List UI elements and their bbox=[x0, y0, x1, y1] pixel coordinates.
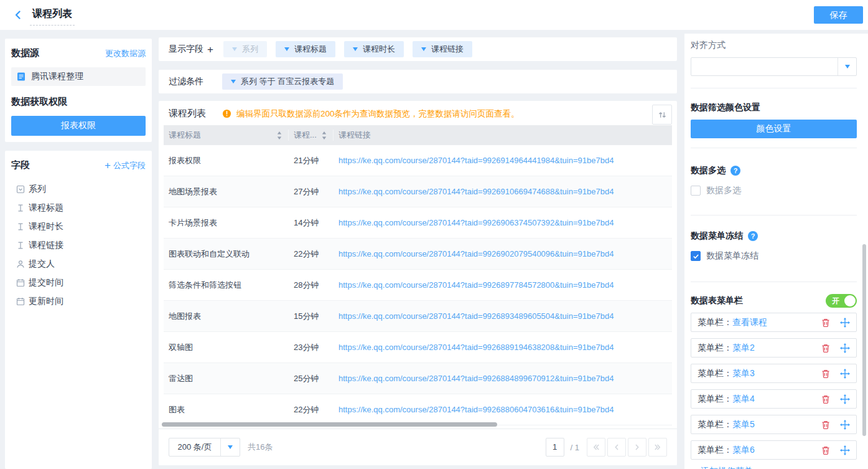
vertical-scrollbar[interactable] bbox=[862, 244, 866, 436]
trash-icon[interactable] bbox=[821, 343, 831, 353]
sort-carets-icon[interactable] bbox=[322, 131, 327, 140]
trash-icon[interactable] bbox=[821, 420, 831, 430]
menu-freeze-title: 数据菜单冻结 bbox=[691, 230, 743, 242]
align-select[interactable] bbox=[691, 57, 857, 76]
cell-course-link[interactable]: https://ke.qq.com/course/2870144?taid=99… bbox=[334, 311, 672, 321]
cell-course-link[interactable]: https://ke.qq.com/course/2870144?taid=99… bbox=[334, 218, 672, 227]
menu-item-6[interactable]: 菜单栏：菜单6 bbox=[691, 440, 857, 460]
table-sort-button[interactable] bbox=[652, 105, 672, 125]
menu-item-4[interactable]: 菜单栏：菜单4 bbox=[691, 389, 857, 409]
field-item-course-duration[interactable]: 课程时长 bbox=[11, 217, 146, 236]
cell-course-title: 雷达图 bbox=[164, 373, 289, 384]
field-item-update-time[interactable]: 更新时间 bbox=[11, 292, 146, 311]
filter-color-section: 数据筛选颜色设置 颜色设置 bbox=[691, 88, 857, 148]
menu-item-name[interactable]: 菜单4 bbox=[732, 394, 755, 405]
field-label: 系列 bbox=[29, 184, 46, 195]
move-icon[interactable] bbox=[840, 445, 850, 455]
help-icon[interactable]: ? bbox=[748, 231, 758, 241]
caret-down-icon bbox=[231, 80, 236, 83]
field-item-course-link[interactable]: 课程链接 bbox=[11, 236, 146, 255]
move-icon[interactable] bbox=[840, 369, 850, 379]
move-icon[interactable] bbox=[840, 420, 850, 430]
save-button[interactable]: 保存 bbox=[814, 6, 863, 24]
move-icon[interactable] bbox=[840, 394, 850, 404]
trash-icon[interactable] bbox=[821, 394, 831, 404]
color-settings-button[interactable]: 颜色设置 bbox=[691, 120, 857, 138]
help-icon[interactable]: ? bbox=[730, 166, 740, 176]
cell-course-link[interactable]: https://ke.qq.com/course/2870144?taid=99… bbox=[334, 156, 672, 165]
table-title: 课程列表 bbox=[169, 108, 206, 120]
checkbox-unchecked[interactable] bbox=[691, 186, 701, 196]
horizontal-scrollbar[interactable] bbox=[162, 422, 497, 427]
cell-course-title: 地图报表 bbox=[164, 311, 289, 322]
move-icon[interactable] bbox=[840, 343, 850, 353]
menu-item-5[interactable]: 菜单栏：菜单5 bbox=[691, 415, 857, 434]
cell-course-link[interactable]: https://ke.qq.com/course/2870144?taid=99… bbox=[334, 374, 672, 383]
permission-title: 数据获取权限 bbox=[11, 96, 146, 108]
field-tag-course-duration[interactable]: 课程时长 bbox=[344, 41, 404, 57]
column-header-course-duration[interactable]: 课程... bbox=[289, 130, 334, 141]
report-permission-button[interactable]: 报表权限 bbox=[11, 116, 146, 136]
multi-select-checkbox-row[interactable]: 数据多选 bbox=[691, 185, 857, 196]
menu-freeze-section: 数据菜单冻结 ? 数据菜单冻结 bbox=[691, 216, 857, 282]
menu-item-name[interactable]: 菜单6 bbox=[732, 445, 755, 456]
back-icon[interactable] bbox=[12, 9, 24, 21]
menu-item-name[interactable]: 菜单2 bbox=[732, 343, 755, 354]
trash-icon[interactable] bbox=[821, 445, 831, 455]
field-item-series[interactable]: 系列 bbox=[11, 180, 146, 199]
trash-icon[interactable] bbox=[821, 318, 831, 328]
caret-down-icon bbox=[353, 47, 358, 51]
cell-course-duration: 25分钟 bbox=[289, 373, 334, 384]
table-row: 雷达图 25分钟 https://ke.qq.com/course/287014… bbox=[164, 363, 672, 394]
table-row: 筛选条件和筛选按钮 28分钟 https://ke.qq.com/course/… bbox=[164, 270, 672, 301]
text-icon bbox=[16, 204, 25, 212]
page: 课程列表 保存 数据源 更改数据源 腾讯课程整理 数据获取权限 报表权限 字段 … bbox=[0, 0, 868, 469]
next-page-button[interactable] bbox=[628, 438, 646, 457]
cell-course-link[interactable]: https://ke.qq.com/course/2870144?taid=99… bbox=[334, 405, 672, 414]
checkbox-checked[interactable] bbox=[691, 251, 701, 261]
cell-course-link[interactable]: https://ke.qq.com/course/2870144?taid=99… bbox=[334, 280, 672, 290]
field-item-course-title[interactable]: 课程标题 bbox=[11, 199, 146, 217]
menu-freeze-checkbox-row[interactable]: 数据菜单冻结 bbox=[691, 250, 857, 262]
prev-page-button[interactable] bbox=[607, 438, 626, 457]
field-item-submit-time[interactable]: 提交时间 bbox=[11, 273, 146, 292]
add-display-field-icon[interactable]: + bbox=[207, 44, 213, 55]
datasource-name: 腾讯课程整理 bbox=[31, 71, 83, 82]
menu-item-2[interactable]: 菜单栏：菜单2 bbox=[691, 338, 857, 358]
filter-condition-tag[interactable]: 系列 等于 百宝云报表专题 bbox=[222, 73, 343, 90]
field-label: 课程链接 bbox=[29, 240, 63, 251]
field-label: 提交人 bbox=[29, 258, 55, 270]
field-tag-course-link[interactable]: 课程链接 bbox=[413, 41, 472, 57]
caret-down-icon bbox=[232, 47, 237, 51]
add-action-menu-link[interactable]: + 添加操作菜单 bbox=[691, 466, 857, 469]
menu-item-1[interactable]: 菜单栏：查看课程 bbox=[691, 313, 857, 332]
last-page-icon bbox=[653, 443, 662, 452]
menu-toggle[interactable]: 开 bbox=[826, 294, 857, 308]
cell-course-link[interactable]: https://ke.qq.com/course/2870144?taid=99… bbox=[334, 343, 672, 352]
page-input[interactable]: 1 bbox=[546, 438, 564, 457]
datasource-item[interactable]: 腾讯课程整理 bbox=[11, 67, 146, 86]
column-header-course-title[interactable]: 课程标题 bbox=[164, 130, 289, 141]
field-tag-course-title[interactable]: 课程标题 bbox=[276, 41, 335, 57]
table-row: 双轴图 23分钟 https://ke.qq.com/course/287014… bbox=[164, 332, 672, 363]
trash-icon[interactable] bbox=[821, 369, 831, 379]
page-size-select[interactable]: 200 条/页 bbox=[169, 438, 240, 457]
field-item-submitter[interactable]: 提交人 bbox=[11, 255, 146, 273]
cell-course-link[interactable]: https://ke.qq.com/course/2870144?taid=99… bbox=[334, 249, 672, 258]
text-icon bbox=[16, 241, 25, 250]
field-tag-series[interactable]: 系列 bbox=[223, 41, 267, 57]
sort-carets-icon[interactable] bbox=[277, 131, 282, 140]
move-icon[interactable] bbox=[840, 318, 850, 328]
menu-item-3[interactable]: 菜单栏：菜单3 bbox=[691, 364, 857, 383]
person-icon bbox=[16, 260, 25, 268]
menu-item-name[interactable]: 菜单5 bbox=[732, 419, 755, 430]
formula-field-link[interactable]: +公式字段 bbox=[105, 160, 146, 171]
first-page-button[interactable] bbox=[587, 438, 605, 457]
cell-course-duration: 21分钟 bbox=[289, 155, 334, 166]
cell-course-link[interactable]: https://ke.qq.com/course/2870144?taid=99… bbox=[334, 187, 672, 196]
last-page-button[interactable] bbox=[648, 438, 667, 457]
menu-item-name[interactable]: 查看课程 bbox=[732, 317, 767, 328]
menu-item-name[interactable]: 菜单3 bbox=[732, 368, 755, 379]
change-datasource-link[interactable]: 更改数据源 bbox=[105, 48, 146, 59]
table-menu-section: 数据表菜单栏 开 菜单栏：查看课程 菜单栏：菜单2 bbox=[691, 282, 857, 469]
